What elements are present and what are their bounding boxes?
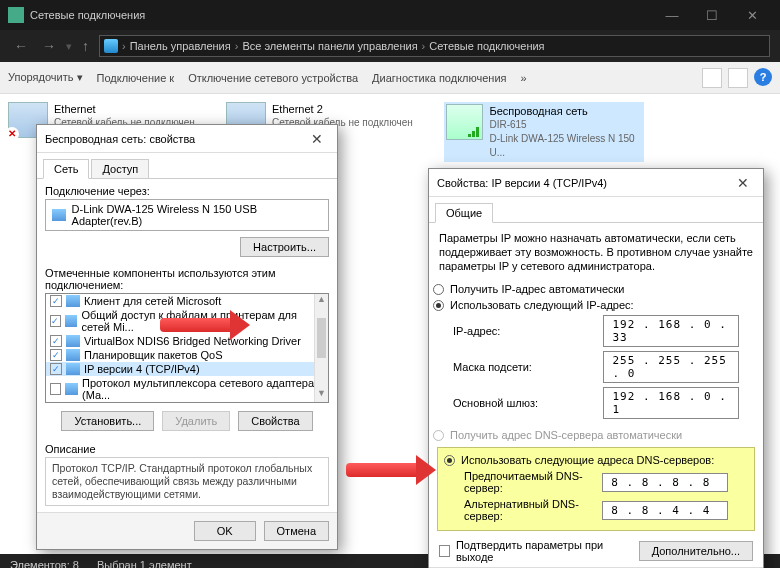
breadcrumb-seg[interactable]: Сетевые подключения xyxy=(429,40,544,52)
close-icon[interactable]: ✕ xyxy=(305,131,329,147)
app-icon xyxy=(8,7,24,23)
scroll-down-icon[interactable]: ▼ xyxy=(315,388,328,402)
list-item[interactable]: ✓Клиент для сетей Microsoft xyxy=(46,294,328,308)
nav-forward[interactable]: → xyxy=(38,38,60,54)
scrollbar[interactable]: ▲ ▼ xyxy=(314,294,328,402)
view-icons-button[interactable] xyxy=(702,68,722,88)
window-title: Сетевые подключения xyxy=(30,9,145,21)
ok-button[interactable]: OK xyxy=(194,521,256,541)
connect-via-label: Подключение через: xyxy=(45,185,329,197)
minimize-button[interactable]: — xyxy=(652,8,692,23)
checkbox-icon[interactable]: ✓ xyxy=(50,363,62,375)
remove-button: Удалить xyxy=(162,411,230,431)
dialog-title: Свойства: IP версии 4 (TCP/IPv4) xyxy=(437,177,607,189)
breadcrumb-seg[interactable]: Панель управления xyxy=(130,40,231,52)
list-item[interactable]: ✓Драйвер протокола LLDP (Майкрософт) xyxy=(46,402,328,403)
protocol-icon xyxy=(66,349,80,361)
address-bar: ← → ▾ ↑ › Панель управления › Все элемен… xyxy=(0,30,780,62)
properties-button[interactable]: Свойства xyxy=(238,411,312,431)
radio-auto-dns: Получить адрес DNS-сервера автоматически xyxy=(429,427,763,443)
gateway-input[interactable]: 192 . 168 . 0 . 1 xyxy=(603,387,739,419)
protocol-icon xyxy=(66,363,80,375)
checkbox-icon[interactable]: ✓ xyxy=(50,349,62,361)
help-icon[interactable]: ? xyxy=(754,68,772,86)
description-label: Описание xyxy=(45,443,329,455)
list-item-label: Планировщик пакетов QoS xyxy=(84,349,223,361)
view-details-button[interactable] xyxy=(728,68,748,88)
arrow-indicator xyxy=(160,310,250,340)
maximize-button[interactable]: ☐ xyxy=(692,8,732,23)
scroll-up-icon[interactable]: ▲ xyxy=(315,294,328,308)
list-item[interactable]: Протокол мультиплексора сетевого адаптер… xyxy=(46,376,328,402)
ipv4-properties-dialog: Свойства: IP версии 4 (TCP/IPv4) ✕ Общие… xyxy=(428,168,764,568)
radio-manual-ip[interactable]: Использовать следующий IP-адрес: xyxy=(429,297,763,313)
close-button[interactable]: ✕ xyxy=(732,8,772,23)
connection-wifi[interactable]: Беспроводная сеть DIR-615 D-Link DWA-125… xyxy=(444,102,644,162)
checkbox-icon[interactable]: ✓ xyxy=(50,315,61,327)
cancel-button[interactable]: Отмена xyxy=(264,521,329,541)
list-item-label: Протокол мультиплексора сетевого адаптер… xyxy=(82,377,324,401)
wifi-icon xyxy=(446,104,483,140)
status-selection: Выбран 1 элемент xyxy=(97,559,192,568)
connect-menu[interactable]: Подключение к xyxy=(97,72,175,84)
protocol-icon xyxy=(66,295,80,307)
scroll-thumb[interactable] xyxy=(317,318,326,358)
nav-back[interactable]: ← xyxy=(10,38,32,54)
alternate-dns-input[interactable]: 8 . 8 . 4 . 4 xyxy=(602,501,728,520)
breadcrumb[interactable]: › Панель управления › Все элементы панел… xyxy=(99,35,770,57)
nav-up[interactable]: ↑ xyxy=(78,38,93,54)
checkbox-icon[interactable] xyxy=(50,383,61,395)
arrow-indicator xyxy=(346,455,436,485)
preferred-dns-input[interactable]: 8 . 8 . 8 . 8 xyxy=(602,473,728,492)
protocol-icon xyxy=(65,383,78,395)
dns-group-highlight: Использовать следующие адреса DNS-сервер… xyxy=(437,447,755,531)
dialog-title: Беспроводная сеть: свойства xyxy=(45,133,195,145)
checkbox-icon[interactable]: ✓ xyxy=(50,295,62,307)
tab-access[interactable]: Доступ xyxy=(91,159,149,179)
tab-network[interactable]: Сеть xyxy=(43,159,89,179)
more-menu[interactable]: » xyxy=(521,72,527,84)
radio-manual-dns[interactable]: Использовать следующие адреса DNS-сервер… xyxy=(440,452,752,468)
list-item-label: IP версии 4 (TCP/IPv4) xyxy=(84,363,200,375)
toolbar: Упорядочить ▾ Подключение к Отключение с… xyxy=(0,62,780,94)
monitor-icon xyxy=(104,39,118,53)
protocol-icon xyxy=(66,335,80,347)
validate-checkbox[interactable] xyxy=(439,545,450,557)
disable-device[interactable]: Отключение сетевого устройства xyxy=(188,72,358,84)
intro-text: Параметры IP можно назначать автоматичес… xyxy=(429,223,763,281)
adapter-field: D-Link DWA-125 Wireless N 150 USB Adapte… xyxy=(45,199,329,231)
install-button[interactable]: Установить... xyxy=(61,411,154,431)
components-label: Отмеченные компоненты используются этим … xyxy=(45,267,329,291)
close-icon[interactable]: ✕ xyxy=(731,175,755,191)
list-item[interactable]: ✓IP версии 4 (TCP/IPv4) xyxy=(46,362,328,376)
list-item-label: Клиент для сетей Microsoft xyxy=(84,295,221,307)
advanced-button[interactable]: Дополнительно... xyxy=(639,541,753,561)
window-titlebar: Сетевые подключения — ☐ ✕ xyxy=(0,0,780,30)
subnet-mask-input[interactable]: 255 . 255 . 255 . 0 xyxy=(603,351,739,383)
description-text: Протокол TCP/IP. Стандартный протокол гл… xyxy=(45,457,329,506)
list-item[interactable]: ✓Планировщик пакетов QoS xyxy=(46,348,328,362)
protocol-icon xyxy=(65,315,78,327)
breadcrumb-seg[interactable]: Все элементы панели управления xyxy=(242,40,417,52)
tab-general[interactable]: Общие xyxy=(435,203,493,223)
configure-button[interactable]: Настроить... xyxy=(240,237,329,257)
status-count: Элементов: 8 xyxy=(10,559,79,568)
organize-menu[interactable]: Упорядочить ▾ xyxy=(8,71,83,84)
checkbox-icon[interactable]: ✓ xyxy=(50,335,62,347)
ip-address-input[interactable]: 192 . 168 . 0 . 33 xyxy=(603,315,739,347)
diagnostics[interactable]: Диагностика подключения xyxy=(372,72,506,84)
radio-auto-ip[interactable]: Получить IP-адрес автоматически xyxy=(429,281,763,297)
adapter-icon xyxy=(52,209,66,221)
breadcrumb-seg: › xyxy=(122,40,126,52)
